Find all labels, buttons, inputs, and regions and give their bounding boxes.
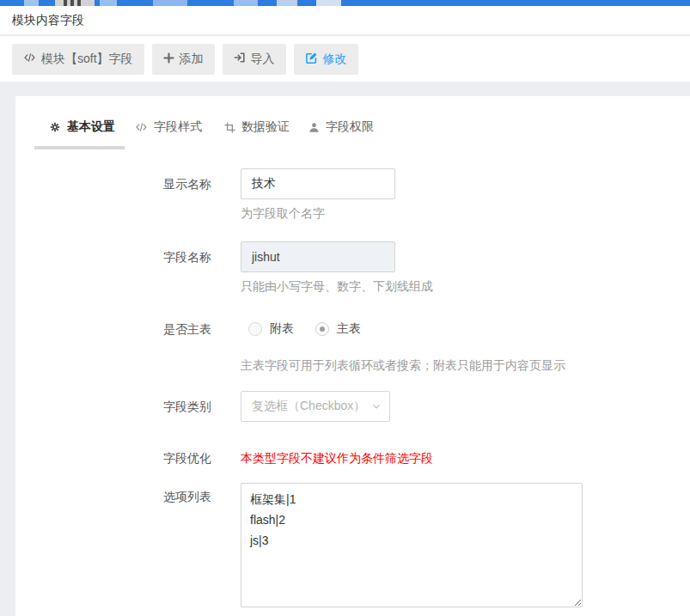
radio-main-table-label[interactable]: 主表 <box>337 321 361 337</box>
import-icon <box>234 52 246 66</box>
option-list-textarea[interactable]: 框架集|1 flash|2 js|3 <box>241 483 583 607</box>
tab-field-permissions-label: 字段权限 <box>326 119 374 135</box>
radio-secondary-table[interactable] <box>248 322 262 336</box>
plus-icon <box>163 52 174 66</box>
add-button[interactable]: 添加 <box>152 44 215 75</box>
import-button-label: 导入 <box>251 52 275 67</box>
field-type-select[interactable]: 复选框（Checkbox） <box>241 391 390 422</box>
field-name-hint: 只能由小写字母、数字、下划线组成 <box>241 279 433 295</box>
import-button[interactable]: 导入 <box>223 44 286 75</box>
active-tab-underline <box>34 146 125 149</box>
field-name-input[interactable] <box>241 241 395 272</box>
module-fields-button-label: 模块【soft】字段 <box>41 52 133 67</box>
tab-fragment <box>24 0 39 6</box>
crop-icon <box>224 122 235 133</box>
tab-basic-settings-label: 基本设置 <box>67 119 115 135</box>
add-button-label: 添加 <box>180 52 204 67</box>
page: 模块内容字段 模块【soft】字段 添加 导入 修改 <box>0 0 690 616</box>
display-name-hint: 为字段取个名字 <box>241 206 325 222</box>
display-name-input[interactable] <box>241 168 395 199</box>
is-main-table-label: 是否主表 <box>163 314 232 345</box>
tab-field-permissions[interactable]: 字段权限 <box>308 114 374 140</box>
tab-field-style-label: 字段样式 <box>154 119 202 135</box>
chevron-down-icon <box>371 401 382 412</box>
page-title: 模块内容字段 <box>12 6 84 34</box>
field-optimize-warning: 本类型字段不建议作为条件筛选字段 <box>241 442 433 473</box>
radio-secondary-table-label[interactable]: 附表 <box>270 321 294 337</box>
tab-fragment <box>77 0 81 6</box>
tab-fragment <box>153 0 187 6</box>
tab-data-validation[interactable]: 数据验证 <box>224 114 290 140</box>
field-optimize-label: 字段优化 <box>163 442 232 473</box>
code-icon <box>23 52 36 66</box>
tab-fragment <box>316 0 341 6</box>
tab-field-style[interactable]: 字段样式 <box>135 114 202 140</box>
toolbar: 模块【soft】字段 添加 导入 修改 <box>0 36 690 82</box>
user-icon <box>308 122 320 133</box>
display-name-label: 显示名称 <box>163 168 232 199</box>
page-header: 模块内容字段 <box>0 6 690 35</box>
is-main-table-hint: 主表字段可用于列表循环或者搜索；附表只能用于内容页显示 <box>241 358 565 374</box>
modify-button[interactable]: 修改 <box>294 44 358 75</box>
tab-data-validation-label: 数据验证 <box>241 119 290 135</box>
gear-icon <box>49 121 61 133</box>
tab-fragment <box>234 0 258 6</box>
option-list-label: 选项列表 <box>163 481 232 512</box>
tab-fragment <box>64 0 67 6</box>
radio-main-table[interactable] <box>315 322 329 336</box>
is-main-table-radio-group: 附表 主表 <box>248 314 361 345</box>
tab-fragment <box>277 0 297 6</box>
module-fields-button[interactable]: 模块【soft】字段 <box>12 44 144 75</box>
field-name-label: 字段名称 <box>163 241 232 272</box>
code-icon <box>135 121 148 133</box>
field-type-selected-value: 复选框（Checkbox） <box>241 399 371 414</box>
tab-fragment <box>70 0 74 6</box>
tab-fragment <box>100 0 117 6</box>
edit-icon <box>305 52 318 67</box>
tab-fragment <box>55 0 95 6</box>
field-type-label: 字段类别 <box>163 391 232 422</box>
tab-basic-settings[interactable]: 基本设置 <box>49 114 115 140</box>
browser-tabbar-sliver <box>0 0 690 6</box>
modify-button-label: 修改 <box>323 52 347 67</box>
